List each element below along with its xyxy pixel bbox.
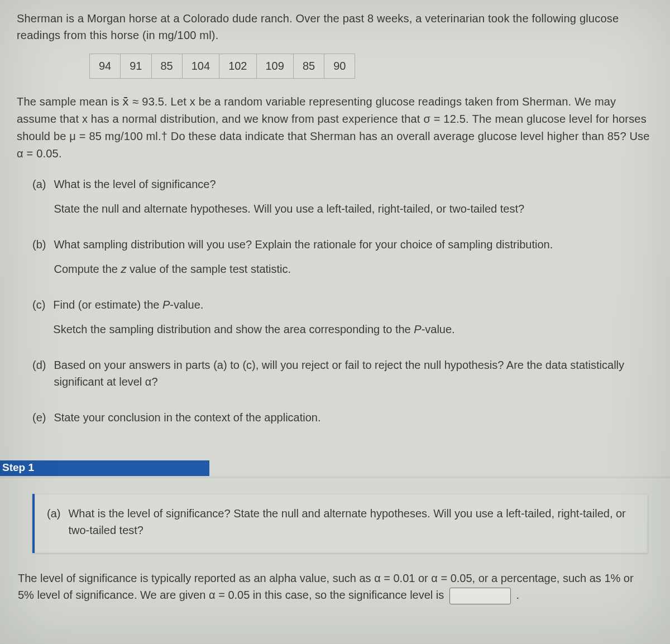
- intro-text: Sherman is a Morgan horse at a Colorado …: [17, 10, 653, 44]
- reading-cell: 102: [219, 54, 256, 79]
- question-sub: Sketch the sampling distribution and sho…: [53, 321, 653, 338]
- text: value of the sample test statistic.: [127, 263, 291, 275]
- text: -value.: [422, 323, 455, 335]
- significance-level-input[interactable]: [449, 588, 511, 604]
- question-body: What sampling distribution will you use?…: [54, 236, 653, 277]
- step-progress-track: [0, 476, 670, 478]
- problem-page: Sherman is a Morgan horse at a Colorado …: [0, 0, 670, 644]
- p-var: P: [414, 323, 421, 335]
- z-var: z: [121, 263, 127, 275]
- question-body: State your conclusion in the context of …: [54, 409, 653, 426]
- reading-cell: 90: [324, 54, 355, 79]
- reading-cell: 94: [90, 54, 121, 79]
- description-text: The sample mean is x̄ ≈ 93.5. Let x be a…: [17, 93, 653, 162]
- table-row: 94 91 85 104 102 109 85 90: [90, 54, 355, 79]
- step-question-text: What is the level of significance? State…: [68, 505, 636, 539]
- question-main: What is the level of significance?: [54, 176, 653, 193]
- question-c: (c) Find (or estimate) the P-value. Sket…: [32, 296, 653, 338]
- reading-cell: 85: [151, 54, 182, 79]
- p-var: P: [162, 299, 170, 311]
- explanation-text: The level of significance is typically r…: [18, 570, 648, 604]
- text: Sketch the sampling distribution and sho…: [53, 323, 414, 335]
- text: Compute the: [54, 263, 121, 275]
- reading-cell: 109: [256, 54, 293, 79]
- question-label: (e): [32, 409, 46, 426]
- step-progress-bar: Step 1: [0, 460, 670, 478]
- question-main: Find (or estimate) the P-value.: [53, 296, 653, 313]
- question-b: (b) What sampling distribution will you …: [32, 236, 653, 277]
- question-body: What is the level of significance? State…: [54, 176, 653, 217]
- question-body: Find (or estimate) the P-value. Sketch t…: [53, 296, 653, 338]
- question-label: (b): [32, 236, 46, 277]
- question-body: Based on your answers in parts (a) to (c…: [54, 357, 653, 390]
- text: The level of significance is typically r…: [18, 572, 634, 601]
- question-sub: Compute the z value of the sample test s…: [54, 261, 653, 277]
- step-question-label: (a): [47, 505, 60, 539]
- question-label: (d): [32, 357, 46, 390]
- question-main: Based on your answers in parts (a) to (c…: [54, 357, 653, 390]
- step-question: (a) What is the level of significance? S…: [47, 505, 636, 539]
- text: -value.: [170, 299, 203, 311]
- question-label: (c): [32, 296, 45, 338]
- question-main: State your conclusion in the context of …: [54, 409, 653, 426]
- text: Find (or estimate) the: [53, 299, 162, 311]
- question-label: (a): [32, 176, 46, 217]
- question-list: (a) What is the level of significance? S…: [17, 176, 653, 426]
- step-label: Step 1: [2, 462, 34, 474]
- question-a: (a) What is the level of significance? S…: [32, 176, 653, 217]
- step-question-box: (a) What is the level of significance? S…: [32, 494, 648, 553]
- reading-cell: 104: [182, 54, 219, 79]
- reading-cell: 91: [121, 54, 151, 79]
- readings-table: 94 91 85 104 102 109 85 90: [89, 54, 355, 79]
- reading-cell: 85: [293, 54, 324, 79]
- question-sub: State the null and alternate hypotheses.…: [54, 200, 653, 217]
- question-d: (d) Based on your answers in parts (a) t…: [32, 357, 653, 390]
- question-e: (e) State your conclusion in the context…: [32, 409, 653, 426]
- question-main: What sampling distribution will you use?…: [54, 236, 653, 253]
- text: .: [516, 589, 519, 601]
